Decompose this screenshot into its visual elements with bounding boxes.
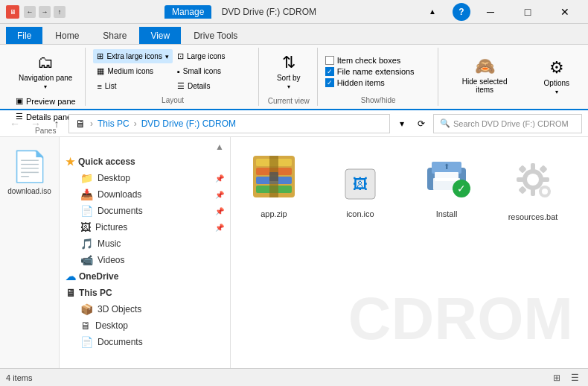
file-item-install[interactable]: ⬆ ✓ Install <box>409 143 484 225</box>
window-controls: ▲ ? ─ □ ✕ <box>415 0 582 24</box>
sidebar-this-pc[interactable]: 🖥 This PC <box>60 285 230 301</box>
left-panel: 📄 download.iso <box>0 137 60 368</box>
current-view-label: Current view <box>268 94 310 105</box>
title-bar: 🖥 ← → ↑ Manage DVD Drive (F:) CDROM ▲ ? … <box>0 0 588 24</box>
details-view-btn[interactable]: ☰ <box>567 370 582 385</box>
sidebar-item-pictures[interactable]: 🖼 Pictures 📌 <box>60 219 230 235</box>
svg-rect-25 <box>518 186 526 194</box>
sidebar: ▲ ★ Quick access 📁 Desktop 📌 📥 Downloads… <box>60 137 231 368</box>
desktop-pc-icon: 🖥 <box>80 320 91 332</box>
help-button[interactable]: ? <box>453 3 470 21</box>
tab-home[interactable]: Home <box>44 27 90 44</box>
status-view-buttons: ⊞ ☰ <box>549 370 582 385</box>
bat-file-icon <box>506 150 560 209</box>
bat-icon-svg <box>506 153 560 206</box>
file-label-install: Install <box>436 209 458 218</box>
file-name-extensions-checkbox[interactable]: ✓ <box>325 67 334 76</box>
tab-file[interactable]: File <box>6 27 42 44</box>
large-view-btn[interactable]: ⊞ <box>549 370 564 385</box>
navigation-pane-icon: 🗂 <box>37 53 54 72</box>
sidebar-item-documents-pc[interactable]: 📄 Documents <box>60 334 230 350</box>
svg-rect-22 <box>542 177 549 182</box>
sidebar-item-downloads[interactable]: 📥 Downloads 📌 <box>60 186 230 203</box>
sidebar-quick-access[interactable]: ★ Quick access <box>60 154 230 170</box>
onedrive-icon: ☁ <box>65 270 76 282</box>
maximize-button[interactable]: □ <box>511 0 545 24</box>
file-label-app-zip: app.zip <box>261 209 287 218</box>
tab-drive-tools[interactable]: Drive Tools <box>182 27 249 44</box>
search-placeholder: Search DVD Drive (F:) CDROM <box>453 119 569 128</box>
svg-rect-13 <box>435 172 458 181</box>
file-item-icon-ico[interactable]: 🖼 icon.ico <box>323 158 397 225</box>
ribbon: 🗂 Navigation pane ▾ ▣ Preview pane ☰ Det… <box>0 45 588 110</box>
address-refresh-btn[interactable]: ⟳ <box>412 115 430 133</box>
hidden-items-row[interactable]: ✓ Hidden items <box>325 78 432 87</box>
svg-rect-20 <box>531 189 535 196</box>
address-dvd-drive[interactable]: DVD Drive (F:) CDROM <box>141 118 236 129</box>
file-item-resources-bat[interactable]: resources.bat <box>496 146 570 225</box>
manage-tab-label[interactable]: Manage <box>164 5 211 19</box>
sidebar-collapse-btn[interactable]: ▲ <box>215 142 224 152</box>
item-check-boxes-checkbox[interactable] <box>325 56 334 65</box>
up-button[interactable]: ↑ <box>48 115 65 133</box>
address-dropdown-btn[interactable]: ▾ <box>393 115 411 133</box>
ico-icon-svg: 🖼 <box>342 165 379 203</box>
sidebar-item-desktop[interactable]: 📁 Desktop 📌 <box>60 170 230 186</box>
quick-access-back[interactable]: ← <box>24 6 36 18</box>
sidebar-item-music[interactable]: 🎵 Music <box>60 235 230 252</box>
file-name-extensions-row[interactable]: ✓ File name extensions <box>325 67 432 76</box>
install-file-icon: ⬆ ✓ <box>420 147 473 206</box>
collapse-ribbon-btn[interactable]: ▲ <box>415 0 450 24</box>
documents-pin-icon: 📌 <box>215 207 224 215</box>
medium-icons-btn[interactable]: ▦ Medium icons <box>93 64 172 78</box>
hide-selected-items-button[interactable]: 🙈 Hide selected items <box>446 53 524 98</box>
address-bar[interactable]: 🖥 › This PC › DVD Drive (F:) CDROM <box>68 114 390 133</box>
title-bar-left: 🖥 ← → ↑ <box>6 5 65 19</box>
address-folder-icon: 🖥 <box>75 118 86 130</box>
navigation-pane-button[interactable]: 🗂 Navigation pane ▾ <box>12 49 79 94</box>
sidebar-onedrive[interactable]: ☁ OneDrive <box>60 268 230 285</box>
extra-large-icons-icon: ⊞ <box>97 51 103 61</box>
options-button[interactable]: ⚙ Options ▾ <box>537 54 576 99</box>
file-label-resources-bat: resources.bat <box>508 212 558 221</box>
desktop-folder-icon: 📁 <box>80 172 93 184</box>
3d-objects-icon: 📦 <box>80 303 93 315</box>
tab-share[interactable]: Share <box>92 27 138 44</box>
file-item-app-zip[interactable]: app.zip <box>237 143 311 225</box>
quick-access-forward[interactable]: → <box>39 6 51 18</box>
small-icons-btn[interactable]: ▪ Small icons <box>173 64 252 78</box>
preview-pane-icon: ▣ <box>16 96 23 106</box>
quick-access-up[interactable]: ↑ <box>54 6 65 18</box>
close-button[interactable]: ✕ <box>548 0 582 24</box>
pictures-pin-icon: 📌 <box>215 224 224 232</box>
content-area: CDROM <box>231 137 588 368</box>
sort-by-icon: ⇅ <box>282 53 295 72</box>
ico-file-icon: 🖼 <box>338 162 383 206</box>
tab-view[interactable]: View <box>139 27 181 44</box>
minimize-button[interactable]: ─ <box>473 0 508 24</box>
search-bar[interactable]: 🔍 Search DVD Drive (F:) CDROM <box>433 114 582 133</box>
large-icons-btn[interactable]: ⊡ Large icons <box>173 49 252 63</box>
zip-icon-svg <box>247 150 301 203</box>
svg-rect-24 <box>539 165 547 173</box>
sidebar-item-desktop-pc[interactable]: 🖥 Desktop <box>60 317 230 334</box>
details-btn[interactable]: ☰ Details <box>173 79 252 93</box>
preview-pane-btn[interactable]: ▣ Preview pane <box>12 94 79 108</box>
address-this-pc[interactable]: This PC <box>98 118 130 129</box>
back-button[interactable]: ← <box>6 115 24 133</box>
svg-rect-21 <box>517 177 524 182</box>
svg-rect-19 <box>531 163 535 171</box>
sidebar-item-videos[interactable]: 📹 Videos <box>60 252 230 268</box>
sidebar-item-3d-objects[interactable]: 📦 3D Objects <box>60 301 230 317</box>
install-icon-svg: ⬆ ✓ <box>420 150 473 203</box>
address-actions: ▾ ⟳ <box>393 115 430 133</box>
sidebar-item-documents[interactable]: 📄 Documents 📌 <box>60 203 230 219</box>
status-bar: 4 items ⊞ ☰ <box>0 368 588 386</box>
sort-by-button[interactable]: ⇅ Sort by ▾ <box>266 49 311 94</box>
list-btn[interactable]: ≡ List <box>93 79 172 93</box>
hidden-items-checkbox[interactable]: ✓ <box>325 78 334 87</box>
forward-button[interactable]: → <box>27 115 45 133</box>
zip-file-icon <box>247 147 301 206</box>
item-check-boxes-row[interactable]: Item check boxes <box>325 56 432 65</box>
extra-large-icons-btn[interactable]: ⊞ Extra large icons ▾ <box>93 49 172 63</box>
